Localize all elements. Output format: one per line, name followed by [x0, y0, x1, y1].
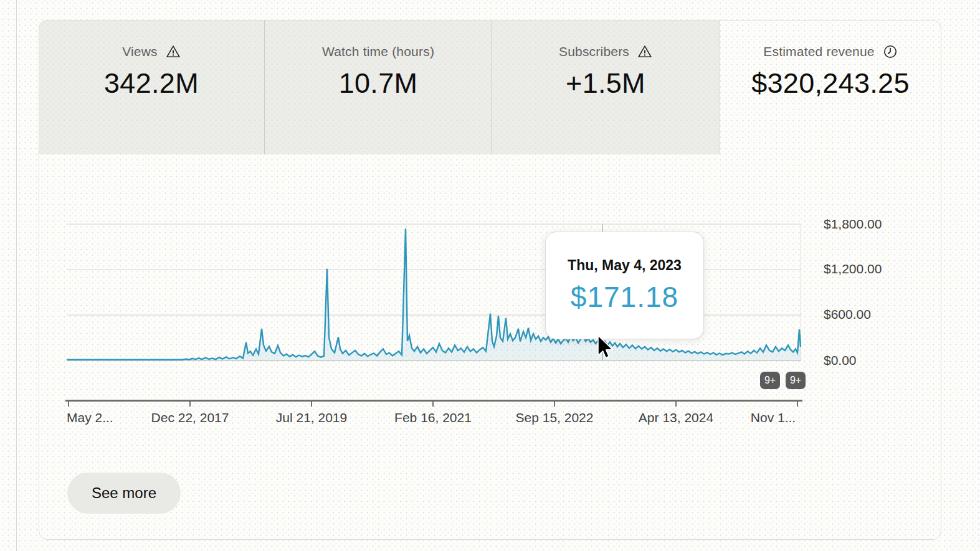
overflow-badge[interactable]: 9+	[786, 372, 806, 389]
tab-views[interactable]: Views 342.2M	[39, 20, 265, 154]
estimated-revenue-value: $320,243.25	[720, 67, 941, 100]
y-tick-label: $600.00	[824, 307, 871, 322]
mouse-cursor-icon	[597, 335, 614, 360]
warning-icon	[637, 44, 652, 59]
x-tick-label: Feb 16, 2021	[394, 410, 472, 425]
see-more-button[interactable]: See more	[67, 473, 181, 514]
x-axis-tick	[554, 402, 555, 407]
clock-icon	[883, 44, 898, 59]
x-tick-label: Apr 13, 2024	[639, 410, 713, 425]
y-tick-label: $0.00	[824, 353, 857, 368]
tab-watch-time-label: Watch time (hours)	[322, 44, 434, 59]
overflow-badge[interactable]: 9+	[760, 372, 780, 389]
tooltip-date: Thu, May 4, 2023	[568, 257, 682, 274]
views-value: 342.2M	[39, 67, 264, 100]
tab-watch-time[interactable]: Watch time (hours) 10.7M	[265, 20, 492, 154]
x-axis-tick	[797, 402, 798, 407]
x-axis-tick	[311, 402, 312, 407]
tab-estimated-revenue-label: Estimated revenue	[763, 44, 875, 59]
x-axis-tick	[68, 402, 69, 407]
x-tick-label: May 2...	[67, 410, 113, 425]
tab-subscribers[interactable]: Subscribers +1.5M	[492, 20, 720, 154]
x-axis-line	[65, 400, 802, 402]
x-tick-label: Dec 22, 2017	[151, 410, 229, 425]
subscribers-value: +1.5M	[492, 67, 719, 100]
chart-tooltip: Thu, May 4, 2023 $171.18	[545, 232, 704, 339]
y-tick-label: $1,800.00	[824, 217, 882, 232]
x-tick-label: Nov 1...	[751, 410, 796, 425]
x-axis-tick	[675, 402, 677, 407]
tooltip-value: $171.18	[571, 280, 678, 314]
x-axis-tick	[189, 402, 191, 407]
youtube-analytics-panel: Views 342.2M Watch time (hours) 10.7M Su…	[0, 0, 980, 551]
warning-icon	[166, 44, 181, 59]
x-tick-label: Sep 15, 2022	[516, 410, 594, 425]
x-tick-label: Jul 21, 2019	[276, 410, 347, 425]
y-tick-label: $1,200.00	[824, 261, 882, 276]
tab-estimated-revenue[interactable]: Estimated revenue $320,243.25	[720, 20, 941, 154]
watch-time-value: 10.7M	[265, 67, 492, 100]
tab-views-label: Views	[122, 44, 158, 59]
page-left-divider	[16, 0, 17, 551]
tab-subscribers-label: Subscribers	[559, 44, 629, 59]
x-axis-tick	[432, 402, 434, 407]
